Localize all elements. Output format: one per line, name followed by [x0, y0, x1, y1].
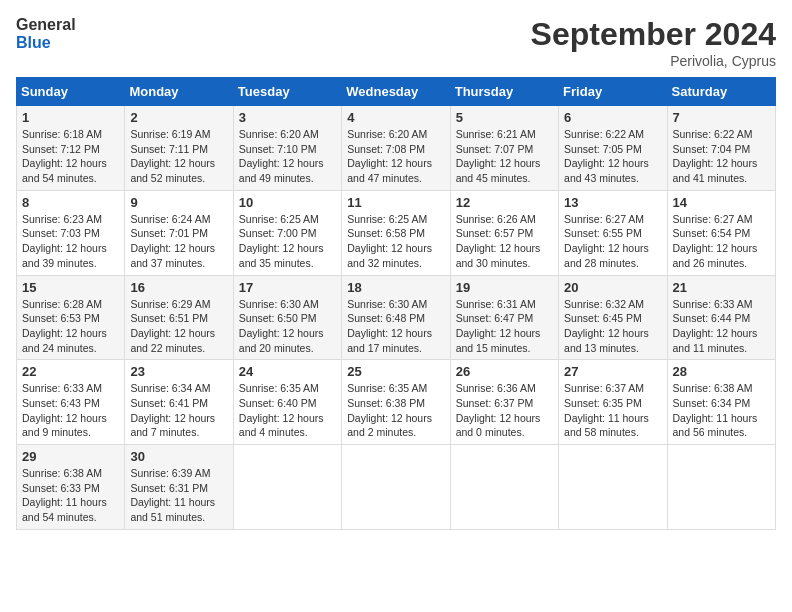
day-number: 27 — [564, 364, 661, 379]
calendar-cell: 21Sunrise: 6:33 AM Sunset: 6:44 PM Dayli… — [667, 275, 775, 360]
col-friday: Friday — [559, 78, 667, 106]
day-info: Sunrise: 6:30 AM Sunset: 6:50 PM Dayligh… — [239, 297, 336, 356]
logo: General Blue General Blue — [16, 16, 76, 51]
day-info: Sunrise: 6:20 AM Sunset: 7:10 PM Dayligh… — [239, 127, 336, 186]
calendar-cell: 10Sunrise: 6:25 AM Sunset: 7:00 PM Dayli… — [233, 190, 341, 275]
calendar-cell: 25Sunrise: 6:35 AM Sunset: 6:38 PM Dayli… — [342, 360, 450, 445]
calendar-row: 1Sunrise: 6:18 AM Sunset: 7:12 PM Daylig… — [17, 106, 776, 191]
day-info: Sunrise: 6:20 AM Sunset: 7:08 PM Dayligh… — [347, 127, 444, 186]
day-number: 10 — [239, 195, 336, 210]
calendar-cell: 8Sunrise: 6:23 AM Sunset: 7:03 PM Daylig… — [17, 190, 125, 275]
calendar-cell: 1Sunrise: 6:18 AM Sunset: 7:12 PM Daylig… — [17, 106, 125, 191]
day-info: Sunrise: 6:22 AM Sunset: 7:05 PM Dayligh… — [564, 127, 661, 186]
month-title: September 2024 — [531, 16, 776, 53]
day-info: Sunrise: 6:25 AM Sunset: 6:58 PM Dayligh… — [347, 212, 444, 271]
calendar-row: 15Sunrise: 6:28 AM Sunset: 6:53 PM Dayli… — [17, 275, 776, 360]
calendar-cell: 16Sunrise: 6:29 AM Sunset: 6:51 PM Dayli… — [125, 275, 233, 360]
calendar-row: 22Sunrise: 6:33 AM Sunset: 6:43 PM Dayli… — [17, 360, 776, 445]
calendar-cell: 22Sunrise: 6:33 AM Sunset: 6:43 PM Dayli… — [17, 360, 125, 445]
day-info: Sunrise: 6:29 AM Sunset: 6:51 PM Dayligh… — [130, 297, 227, 356]
day-info: Sunrise: 6:27 AM Sunset: 6:55 PM Dayligh… — [564, 212, 661, 271]
day-info: Sunrise: 6:30 AM Sunset: 6:48 PM Dayligh… — [347, 297, 444, 356]
calendar-cell: 13Sunrise: 6:27 AM Sunset: 6:55 PM Dayli… — [559, 190, 667, 275]
day-number: 16 — [130, 280, 227, 295]
day-info: Sunrise: 6:32 AM Sunset: 6:45 PM Dayligh… — [564, 297, 661, 356]
col-wednesday: Wednesday — [342, 78, 450, 106]
calendar-cell: 9Sunrise: 6:24 AM Sunset: 7:01 PM Daylig… — [125, 190, 233, 275]
day-info: Sunrise: 6:34 AM Sunset: 6:41 PM Dayligh… — [130, 381, 227, 440]
day-info: Sunrise: 6:27 AM Sunset: 6:54 PM Dayligh… — [673, 212, 770, 271]
day-info: Sunrise: 6:35 AM Sunset: 6:38 PM Dayligh… — [347, 381, 444, 440]
day-info: Sunrise: 6:25 AM Sunset: 7:00 PM Dayligh… — [239, 212, 336, 271]
calendar-table: Sunday Monday Tuesday Wednesday Thursday… — [16, 77, 776, 530]
calendar-cell: 3Sunrise: 6:20 AM Sunset: 7:10 PM Daylig… — [233, 106, 341, 191]
day-number: 5 — [456, 110, 553, 125]
calendar-cell: 27Sunrise: 6:37 AM Sunset: 6:35 PM Dayli… — [559, 360, 667, 445]
calendar-cell — [342, 445, 450, 530]
col-sunday: Sunday — [17, 78, 125, 106]
calendar-cell: 20Sunrise: 6:32 AM Sunset: 6:45 PM Dayli… — [559, 275, 667, 360]
day-number: 14 — [673, 195, 770, 210]
day-number: 28 — [673, 364, 770, 379]
day-info: Sunrise: 6:39 AM Sunset: 6:31 PM Dayligh… — [130, 466, 227, 525]
day-number: 26 — [456, 364, 553, 379]
page-header: General Blue General Blue September 2024… — [16, 16, 776, 69]
day-number: 19 — [456, 280, 553, 295]
day-number: 29 — [22, 449, 119, 464]
day-number: 22 — [22, 364, 119, 379]
calendar-cell — [450, 445, 558, 530]
location-subtitle: Perivolia, Cyprus — [531, 53, 776, 69]
day-number: 6 — [564, 110, 661, 125]
calendar-cell: 19Sunrise: 6:31 AM Sunset: 6:47 PM Dayli… — [450, 275, 558, 360]
header-row: Sunday Monday Tuesday Wednesday Thursday… — [17, 78, 776, 106]
calendar-cell: 18Sunrise: 6:30 AM Sunset: 6:48 PM Dayli… — [342, 275, 450, 360]
day-info: Sunrise: 6:36 AM Sunset: 6:37 PM Dayligh… — [456, 381, 553, 440]
col-tuesday: Tuesday — [233, 78, 341, 106]
day-number: 12 — [456, 195, 553, 210]
day-number: 20 — [564, 280, 661, 295]
day-number: 30 — [130, 449, 227, 464]
calendar-cell: 12Sunrise: 6:26 AM Sunset: 6:57 PM Dayli… — [450, 190, 558, 275]
day-number: 21 — [673, 280, 770, 295]
day-number: 18 — [347, 280, 444, 295]
calendar-cell: 11Sunrise: 6:25 AM Sunset: 6:58 PM Dayli… — [342, 190, 450, 275]
day-info: Sunrise: 6:19 AM Sunset: 7:11 PM Dayligh… — [130, 127, 227, 186]
day-number: 7 — [673, 110, 770, 125]
calendar-cell — [667, 445, 775, 530]
day-info: Sunrise: 6:23 AM Sunset: 7:03 PM Dayligh… — [22, 212, 119, 271]
day-number: 8 — [22, 195, 119, 210]
calendar-cell: 2Sunrise: 6:19 AM Sunset: 7:11 PM Daylig… — [125, 106, 233, 191]
day-info: Sunrise: 6:38 AM Sunset: 6:34 PM Dayligh… — [673, 381, 770, 440]
calendar-cell — [233, 445, 341, 530]
calendar-cell: 24Sunrise: 6:35 AM Sunset: 6:40 PM Dayli… — [233, 360, 341, 445]
day-info: Sunrise: 6:21 AM Sunset: 7:07 PM Dayligh… — [456, 127, 553, 186]
day-info: Sunrise: 6:26 AM Sunset: 6:57 PM Dayligh… — [456, 212, 553, 271]
calendar-cell — [559, 445, 667, 530]
day-number: 25 — [347, 364, 444, 379]
day-info: Sunrise: 6:28 AM Sunset: 6:53 PM Dayligh… — [22, 297, 119, 356]
day-number: 4 — [347, 110, 444, 125]
day-info: Sunrise: 6:38 AM Sunset: 6:33 PM Dayligh… — [22, 466, 119, 525]
logo-line2: Blue — [16, 34, 76, 52]
day-number: 15 — [22, 280, 119, 295]
day-info: Sunrise: 6:37 AM Sunset: 6:35 PM Dayligh… — [564, 381, 661, 440]
calendar-cell: 6Sunrise: 6:22 AM Sunset: 7:05 PM Daylig… — [559, 106, 667, 191]
calendar-cell: 14Sunrise: 6:27 AM Sunset: 6:54 PM Dayli… — [667, 190, 775, 275]
calendar-cell: 23Sunrise: 6:34 AM Sunset: 6:41 PM Dayli… — [125, 360, 233, 445]
title-block: September 2024 Perivolia, Cyprus — [531, 16, 776, 69]
day-number: 24 — [239, 364, 336, 379]
calendar-cell: 30Sunrise: 6:39 AM Sunset: 6:31 PM Dayli… — [125, 445, 233, 530]
day-number: 11 — [347, 195, 444, 210]
calendar-cell: 26Sunrise: 6:36 AM Sunset: 6:37 PM Dayli… — [450, 360, 558, 445]
day-number: 17 — [239, 280, 336, 295]
day-number: 13 — [564, 195, 661, 210]
day-info: Sunrise: 6:33 AM Sunset: 6:43 PM Dayligh… — [22, 381, 119, 440]
day-number: 3 — [239, 110, 336, 125]
calendar-cell: 5Sunrise: 6:21 AM Sunset: 7:07 PM Daylig… — [450, 106, 558, 191]
calendar-cell: 15Sunrise: 6:28 AM Sunset: 6:53 PM Dayli… — [17, 275, 125, 360]
col-saturday: Saturday — [667, 78, 775, 106]
day-number: 9 — [130, 195, 227, 210]
day-info: Sunrise: 6:18 AM Sunset: 7:12 PM Dayligh… — [22, 127, 119, 186]
day-info: Sunrise: 6:35 AM Sunset: 6:40 PM Dayligh… — [239, 381, 336, 440]
calendar-cell: 7Sunrise: 6:22 AM Sunset: 7:04 PM Daylig… — [667, 106, 775, 191]
